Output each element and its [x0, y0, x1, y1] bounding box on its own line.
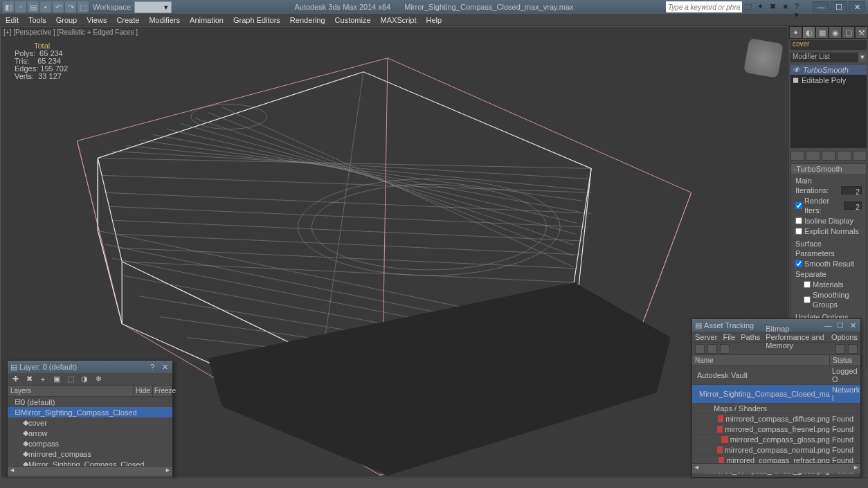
asset-maximize-button[interactable]: ☐	[835, 321, 845, 330]
modifier-stack[interactable]: 👁TurboSmooth ◼Editable Poly	[790, 65, 867, 148]
layer-scrollbar[interactable]	[8, 466, 172, 476]
search-input[interactable]	[666, 1, 742, 12]
options-icon[interactable]	[848, 344, 858, 354]
menu-create[interactable]: Create	[116, 16, 139, 24]
close-button[interactable]: ✕	[849, 1, 865, 12]
menu-customize[interactable]: Customize	[335, 16, 371, 24]
asset-close-button[interactable]: ✕	[848, 321, 858, 330]
display-tab[interactable]: ▢	[842, 26, 855, 39]
asset-menu-file[interactable]: File	[723, 333, 735, 341]
asset-menu-bitmap-performance-and-memory[interactable]: Bitmap Performance and Memory	[766, 325, 826, 350]
stack-item-editablepoly[interactable]: ◼Editable Poly	[790, 75, 867, 85]
menu-graph-editors[interactable]: Graph Editors	[233, 16, 280, 24]
render-iters-spinner[interactable]: 2	[844, 201, 862, 210]
configure-sets-button[interactable]	[853, 151, 867, 161]
modifier-list[interactable]: Modifier List▾	[790, 53, 867, 62]
asset-col-name[interactable]: Name	[692, 355, 830, 365]
minimize-button[interactable]: —	[813, 1, 829, 12]
layer-row[interactable]: ⊟ 0 (default)	[8, 397, 172, 407]
utilities-tab[interactable]: ⚒	[855, 26, 868, 39]
modify-tab[interactable]: ◐	[802, 26, 815, 39]
menu-animation[interactable]: Animation	[190, 16, 224, 24]
asset-row[interactable]: Autodesk VaultLogged O	[692, 366, 860, 385]
smooth-result-check[interactable]	[795, 260, 802, 267]
link-icon[interactable]: ⬚	[78, 1, 89, 12]
menu-views[interactable]: Views	[87, 16, 107, 24]
asset-menu-options[interactable]: Options	[831, 333, 858, 341]
layer-col-name[interactable]: Layers	[8, 386, 134, 396]
rollout-header[interactable]: - TurboSmooth	[791, 164, 866, 174]
layer-manager-window[interactable]: ▤ Layer: 0 (default) ?✕ ✚ ✖ + ▣ ⬚ ◑ ❄ La…	[7, 360, 173, 481]
stack-item-turbosmooth[interactable]: 👁TurboSmooth	[790, 65, 867, 75]
exchange-icon[interactable]: ✖	[770, 2, 779, 12]
menu-rendering[interactable]: Rendering	[290, 16, 325, 24]
menu-edit[interactable]: Edit	[6, 16, 19, 24]
layer-row[interactable]: ◆ compass	[8, 438, 172, 449]
highlight-icon[interactable]: ⬚	[66, 374, 75, 384]
workspace-switcher[interactable]: Workspace: Default ▾	[93, 1, 172, 13]
modifier-list-dropdown[interactable]: Modifier List	[790, 53, 858, 62]
menu-help[interactable]: Help	[426, 16, 442, 24]
delete-layer-icon[interactable]: ✖	[24, 374, 34, 384]
menu-modifiers[interactable]: Modifiers	[149, 16, 180, 24]
asset-row[interactable]: mirrored_compass_fresnel.pngFound	[692, 424, 860, 435]
hide-icon[interactable]: ◑	[80, 374, 89, 384]
isoline-check[interactable]	[795, 217, 802, 224]
maximize-button[interactable]: ☐	[831, 1, 847, 12]
asset-menu-paths[interactable]: Paths	[741, 333, 760, 341]
refresh-icon[interactable]	[695, 344, 705, 354]
pin-stack-button[interactable]	[790, 151, 804, 161]
tree-icon[interactable]	[707, 344, 717, 354]
select-objects-icon[interactable]: ▣	[52, 374, 62, 384]
menu-tools[interactable]: Tools	[28, 16, 46, 24]
favorites-icon[interactable]: ★	[782, 2, 792, 12]
make-unique-button[interactable]	[822, 151, 835, 161]
redo-icon[interactable]: ↷	[65, 1, 76, 12]
new-icon[interactable]: ▫	[15, 1, 26, 12]
layer-col-freeze[interactable]: Freeze	[153, 386, 172, 396]
layer-close-button[interactable]: ✕	[160, 363, 170, 372]
asset-row[interactable]: mirrored_compass_normal.pngFound	[692, 445, 860, 455]
undo-icon[interactable]: ↶	[53, 1, 64, 12]
create-tab[interactable]: ✦	[789, 26, 802, 39]
freeze-icon[interactable]: ❄	[93, 374, 103, 384]
layer-row[interactable]: ⊟ Mirror_Sighting_Compass_Closed	[8, 407, 172, 417]
asset-list[interactable]: Autodesk VaultLogged OMirror_Sighting_Co…	[692, 366, 860, 463]
signin-icon[interactable]: ✦	[757, 2, 767, 12]
layer-window-titlebar[interactable]: ▤ Layer: 0 (default) ?✕	[8, 361, 172, 373]
status-icon[interactable]	[835, 344, 845, 354]
explicit-check[interactable]	[795, 228, 802, 235]
asset-row[interactable]: mirrored_compass_diffuse.pngFound	[692, 414, 860, 424]
layer-row[interactable]: ◆ cover	[8, 417, 172, 428]
asset-row[interactable]: Mirror_Sighting_Compass_Closed_max_vray.…	[692, 385, 860, 404]
asset-menu-server[interactable]: Server	[695, 333, 717, 341]
app-icon[interactable]: ◧	[3, 1, 14, 12]
asset-tracking-window[interactable]: ▤ Asset Tracking —☐✕ ServerFilePathsBitm…	[691, 318, 861, 478]
help-icon[interactable]: ? ▾	[795, 2, 804, 12]
object-name-field[interactable]: cover	[790, 40, 867, 50]
new-layer-icon[interactable]: ✚	[10, 374, 20, 384]
layer-col-hide[interactable]: Hide	[134, 386, 153, 396]
save-icon[interactable]: ▪	[40, 1, 51, 12]
table-icon[interactable]	[720, 344, 730, 354]
motion-tab[interactable]: ◉	[829, 26, 842, 39]
asset-col-status[interactable]: Status	[830, 355, 860, 365]
layer-row[interactable]: ◆ arrow	[8, 428, 172, 438]
layer-row[interactable]: ◆ mirrored_compass	[8, 449, 172, 459]
menu-maxscript[interactable]: MAXScript	[381, 16, 417, 24]
add-to-layer-icon[interactable]: +	[38, 374, 48, 384]
render-iters-check[interactable]	[795, 202, 802, 209]
materials-check[interactable]	[804, 281, 811, 288]
remove-modifier-button[interactable]	[837, 151, 851, 161]
asset-scrollbar[interactable]	[692, 463, 860, 473]
asset-row[interactable]: Maps / Shaders	[692, 404, 860, 414]
open-icon[interactable]: ▤	[28, 1, 39, 12]
hierarchy-tab[interactable]: ▦	[815, 26, 829, 39]
asset-row[interactable]: mirrored_compass_gloss.pngFound	[692, 435, 860, 445]
show-result-button[interactable]	[806, 151, 820, 161]
layer-row[interactable]: ◆ Mirror_Sighting_Compass_Closed	[8, 459, 172, 466]
smoothing-groups-check[interactable]	[804, 296, 811, 303]
iterations-spinner[interactable]: 2	[841, 186, 862, 195]
menu-group[interactable]: Group	[56, 16, 78, 24]
layer-help-button[interactable]: ?	[147, 363, 157, 372]
